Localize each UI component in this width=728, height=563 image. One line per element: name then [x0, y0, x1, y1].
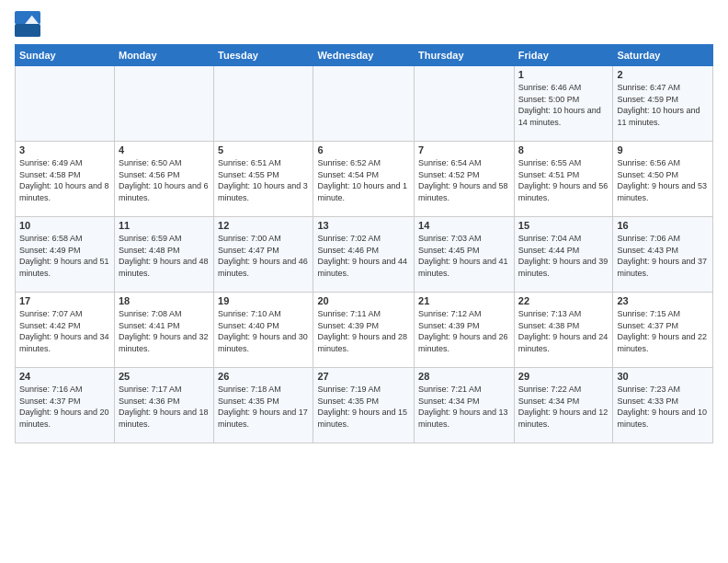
day-cell: 27Sunrise: 7:19 AM Sunset: 4:35 PM Dayli…: [313, 368, 415, 443]
week-row-0: 1Sunrise: 6:46 AM Sunset: 5:00 PM Daylig…: [16, 66, 713, 142]
calendar-table: SundayMondayTuesdayWednesdayThursdayFrid…: [15, 44, 713, 443]
day-content: Sunrise: 7:02 AM Sunset: 4:46 PM Dayligh…: [317, 233, 410, 279]
day-number: 8: [518, 144, 609, 155]
day-number: 10: [19, 220, 110, 231]
day-cell: 2Sunrise: 6:47 AM Sunset: 4:59 PM Daylig…: [613, 66, 713, 142]
header-cell-sunday: Sunday: [16, 45, 115, 66]
day-cell: 3Sunrise: 6:49 AM Sunset: 4:58 PM Daylig…: [16, 142, 115, 217]
day-cell: 18Sunrise: 7:08 AM Sunset: 4:41 PM Dayli…: [114, 293, 213, 368]
day-number: 17: [19, 295, 110, 306]
day-cell: 13Sunrise: 7:02 AM Sunset: 4:46 PM Dayli…: [313, 217, 415, 293]
day-cell: 6Sunrise: 6:52 AM Sunset: 4:54 PM Daylig…: [313, 142, 415, 217]
day-content: Sunrise: 6:59 AM Sunset: 4:48 PM Dayligh…: [119, 233, 210, 279]
day-cell: 28Sunrise: 7:21 AM Sunset: 4:34 PM Dayli…: [415, 368, 515, 443]
day-cell: 19Sunrise: 7:10 AM Sunset: 4:40 PM Dayli…: [214, 293, 313, 368]
day-number: 20: [317, 295, 410, 306]
logo-icon: [15, 11, 40, 37]
day-cell: 15Sunrise: 7:04 AM Sunset: 4:44 PM Dayli…: [514, 217, 613, 293]
day-cell: 5Sunrise: 6:51 AM Sunset: 4:55 PM Daylig…: [214, 142, 313, 217]
header-cell-monday: Monday: [114, 45, 213, 66]
day-cell: 30Sunrise: 7:23 AM Sunset: 4:33 PM Dayli…: [613, 368, 713, 443]
day-cell: [313, 66, 415, 142]
day-content: Sunrise: 7:10 AM Sunset: 4:40 PM Dayligh…: [218, 308, 309, 354]
day-content: Sunrise: 7:07 AM Sunset: 4:42 PM Dayligh…: [19, 308, 110, 354]
day-content: Sunrise: 7:00 AM Sunset: 4:47 PM Dayligh…: [218, 233, 309, 279]
day-content: Sunrise: 6:49 AM Sunset: 4:58 PM Dayligh…: [19, 157, 110, 203]
day-cell: [16, 66, 115, 142]
day-cell: 16Sunrise: 7:06 AM Sunset: 4:43 PM Dayli…: [613, 217, 713, 293]
day-content: Sunrise: 7:22 AM Sunset: 4:34 PM Dayligh…: [518, 384, 609, 430]
day-content: Sunrise: 7:08 AM Sunset: 4:41 PM Dayligh…: [119, 308, 210, 354]
day-number: 21: [418, 295, 510, 306]
day-number: 11: [119, 220, 210, 231]
day-cell: 20Sunrise: 7:11 AM Sunset: 4:39 PM Dayli…: [313, 293, 415, 368]
day-cell: 10Sunrise: 6:58 AM Sunset: 4:49 PM Dayli…: [16, 217, 115, 293]
day-cell: 8Sunrise: 6:55 AM Sunset: 4:51 PM Daylig…: [514, 142, 613, 217]
week-row-1: 3Sunrise: 6:49 AM Sunset: 4:58 PM Daylig…: [16, 142, 713, 217]
day-content: Sunrise: 6:58 AM Sunset: 4:49 PM Dayligh…: [19, 233, 110, 279]
day-number: 27: [317, 371, 410, 382]
day-number: 29: [518, 371, 609, 382]
day-number: 16: [617, 220, 709, 231]
day-cell: 12Sunrise: 7:00 AM Sunset: 4:47 PM Dayli…: [214, 217, 313, 293]
day-content: Sunrise: 6:55 AM Sunset: 4:51 PM Dayligh…: [518, 157, 609, 203]
day-number: 19: [218, 295, 309, 306]
day-cell: 23Sunrise: 7:15 AM Sunset: 4:37 PM Dayli…: [613, 293, 713, 368]
day-content: Sunrise: 7:03 AM Sunset: 4:45 PM Dayligh…: [418, 233, 510, 279]
day-content: Sunrise: 6:47 AM Sunset: 4:59 PM Dayligh…: [617, 82, 709, 128]
day-cell: 21Sunrise: 7:12 AM Sunset: 4:39 PM Dayli…: [415, 293, 515, 368]
header-cell-friday: Friday: [514, 45, 613, 66]
day-cell: 7Sunrise: 6:54 AM Sunset: 4:52 PM Daylig…: [415, 142, 515, 217]
day-content: Sunrise: 7:21 AM Sunset: 4:34 PM Dayligh…: [418, 384, 510, 430]
day-number: 12: [218, 220, 309, 231]
day-content: Sunrise: 7:04 AM Sunset: 4:44 PM Dayligh…: [518, 233, 609, 279]
header-row: SundayMondayTuesdayWednesdayThursdayFrid…: [16, 45, 713, 66]
day-number: 28: [418, 371, 510, 382]
day-cell: 1Sunrise: 6:46 AM Sunset: 5:00 PM Daylig…: [514, 66, 613, 142]
page: SundayMondayTuesdayWednesdayThursdayFrid…: [0, 0, 728, 454]
day-content: Sunrise: 7:06 AM Sunset: 4:43 PM Dayligh…: [617, 233, 709, 279]
day-cell: [214, 66, 313, 142]
day-number: 7: [418, 144, 510, 155]
day-number: 18: [119, 295, 210, 306]
week-row-2: 10Sunrise: 6:58 AM Sunset: 4:49 PM Dayli…: [16, 217, 713, 293]
header-cell-thursday: Thursday: [415, 45, 515, 66]
day-cell: [114, 66, 213, 142]
day-number: 3: [19, 144, 110, 155]
day-content: Sunrise: 7:23 AM Sunset: 4:33 PM Dayligh…: [617, 384, 709, 430]
day-number: 1: [518, 69, 609, 80]
day-content: Sunrise: 7:16 AM Sunset: 4:37 PM Dayligh…: [19, 384, 110, 430]
day-number: 22: [518, 295, 609, 306]
svg-rect-1: [15, 24, 40, 37]
day-content: Sunrise: 6:51 AM Sunset: 4:55 PM Dayligh…: [218, 157, 309, 203]
header: [15, 11, 713, 37]
day-content: Sunrise: 7:15 AM Sunset: 4:37 PM Dayligh…: [617, 308, 709, 354]
day-number: 25: [119, 371, 210, 382]
day-content: Sunrise: 7:17 AM Sunset: 4:36 PM Dayligh…: [119, 384, 210, 430]
day-number: 26: [218, 371, 309, 382]
day-number: 5: [218, 144, 309, 155]
day-content: Sunrise: 6:54 AM Sunset: 4:52 PM Dayligh…: [418, 157, 510, 203]
week-row-4: 24Sunrise: 7:16 AM Sunset: 4:37 PM Dayli…: [16, 368, 713, 443]
day-cell: [415, 66, 515, 142]
day-content: Sunrise: 6:50 AM Sunset: 4:56 PM Dayligh…: [119, 157, 210, 203]
day-content: Sunrise: 7:18 AM Sunset: 4:35 PM Dayligh…: [218, 384, 309, 430]
day-number: 4: [119, 144, 210, 155]
header-cell-wednesday: Wednesday: [313, 45, 415, 66]
logo: [15, 11, 44, 37]
header-cell-tuesday: Tuesday: [214, 45, 313, 66]
header-cell-saturday: Saturday: [613, 45, 713, 66]
week-row-3: 17Sunrise: 7:07 AM Sunset: 4:42 PM Dayli…: [16, 293, 713, 368]
day-cell: 29Sunrise: 7:22 AM Sunset: 4:34 PM Dayli…: [514, 368, 613, 443]
day-content: Sunrise: 6:52 AM Sunset: 4:54 PM Dayligh…: [317, 157, 410, 203]
day-number: 2: [617, 69, 709, 80]
day-cell: 26Sunrise: 7:18 AM Sunset: 4:35 PM Dayli…: [214, 368, 313, 443]
day-content: Sunrise: 7:19 AM Sunset: 4:35 PM Dayligh…: [317, 384, 410, 430]
day-cell: 14Sunrise: 7:03 AM Sunset: 4:45 PM Dayli…: [415, 217, 515, 293]
day-cell: 17Sunrise: 7:07 AM Sunset: 4:42 PM Dayli…: [16, 293, 115, 368]
day-number: 9: [617, 144, 709, 155]
day-cell: 24Sunrise: 7:16 AM Sunset: 4:37 PM Dayli…: [16, 368, 115, 443]
day-content: Sunrise: 7:12 AM Sunset: 4:39 PM Dayligh…: [418, 308, 510, 354]
day-number: 24: [19, 371, 110, 382]
day-cell: 11Sunrise: 6:59 AM Sunset: 4:48 PM Dayli…: [114, 217, 213, 293]
